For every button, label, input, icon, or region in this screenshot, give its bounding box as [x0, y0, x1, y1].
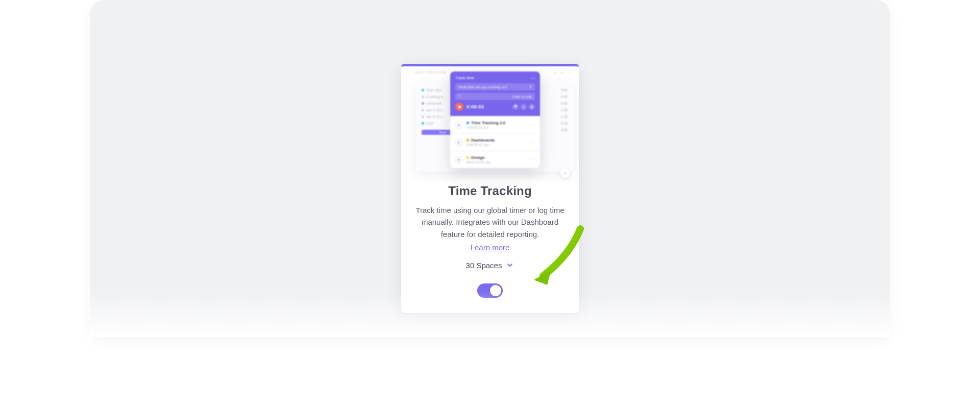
toggle-knob — [490, 285, 501, 296]
bg-time: 4:00 — [552, 127, 568, 133]
stage-background: EDIT SESSION ✧↗⋯ Task view Creating a un… — [90, 0, 890, 337]
play-icon — [455, 139, 462, 146]
task-sub: 38:42:10 18 Jun — [467, 160, 491, 164]
flag-icon: ⚑ — [512, 104, 519, 110]
note-field: Enter a note — [512, 95, 532, 99]
play-icon — [455, 156, 462, 163]
feature-description: Track time using our global timer or log… — [412, 204, 568, 240]
bg-header: EDIT SESSION — [415, 70, 447, 74]
close-icon: × — [560, 169, 570, 178]
task-name: Design — [471, 155, 485, 160]
bg-save-button: Save — [422, 130, 463, 135]
chevron-down-icon: ▾ — [530, 85, 532, 89]
bg-time: 4:00 — [552, 87, 568, 93]
dollar-icon: $ — [529, 104, 535, 110]
feature-title: Time Tracking — [412, 184, 568, 198]
bg-row: untracked — [426, 102, 442, 105]
tracker-widget: Track time— What task are you working on… — [450, 72, 540, 168]
feature-illustration: EDIT SESSION ✧↗⋯ Task view Creating a un… — [401, 66, 579, 179]
task-name: Dashboards — [471, 138, 495, 142]
bg-time: 4:00 — [552, 93, 568, 100]
bg-row: Apr 8 10:1 — [426, 108, 443, 112]
bg-panel: Task view Creating a untracked Apr 8 10:… — [415, 82, 574, 172]
bg-row: Creating a — [426, 95, 443, 99]
feature-card-time-tracking: EDIT SESSION ✧↗⋯ Task view Creating a un… — [401, 64, 579, 313]
bg-time: 0:30 — [552, 120, 568, 127]
spaces-label: 30 Spaces — [466, 261, 502, 270]
minimize-icon: — — [531, 76, 535, 80]
feature-toggle[interactable] — [477, 283, 503, 298]
task-sub: 0:08:52 22 Jun — [467, 126, 505, 129]
spaces-dropdown[interactable]: 30 Spaces — [466, 261, 514, 272]
record-icon — [455, 103, 463, 111]
more-icon: ⋯ — [529, 157, 535, 162]
timer-value: 0:08:52 — [467, 104, 484, 109]
task-sub: 0:58:09 22 Jun — [467, 143, 495, 147]
task-field: What task are you working on? — [458, 85, 507, 89]
play-icon — [455, 122, 462, 129]
tag-icon: ⌂ — [521, 104, 527, 110]
task-name: Time Tracking 2.0 — [471, 121, 505, 125]
bg-time: 1:00 — [552, 107, 568, 113]
widget-title: Track time — [455, 76, 474, 80]
learn-more-link[interactable]: Learn more — [412, 243, 568, 252]
bg-row: Task view — [426, 88, 442, 92]
bg-row: 0:30 — [426, 122, 433, 125]
bg-toolbar-icons: ✧↗⋯ — [553, 70, 571, 75]
chevron-down-icon — [506, 261, 514, 269]
bg-time: 1:30 — [552, 113, 568, 120]
bg-time: 5:00 — [552, 100, 568, 107]
bg-row: Apr 8 10:1 — [426, 115, 443, 118]
more-icon: ⋯ — [529, 122, 535, 128]
more-icon: ⋯ — [529, 139, 535, 145]
